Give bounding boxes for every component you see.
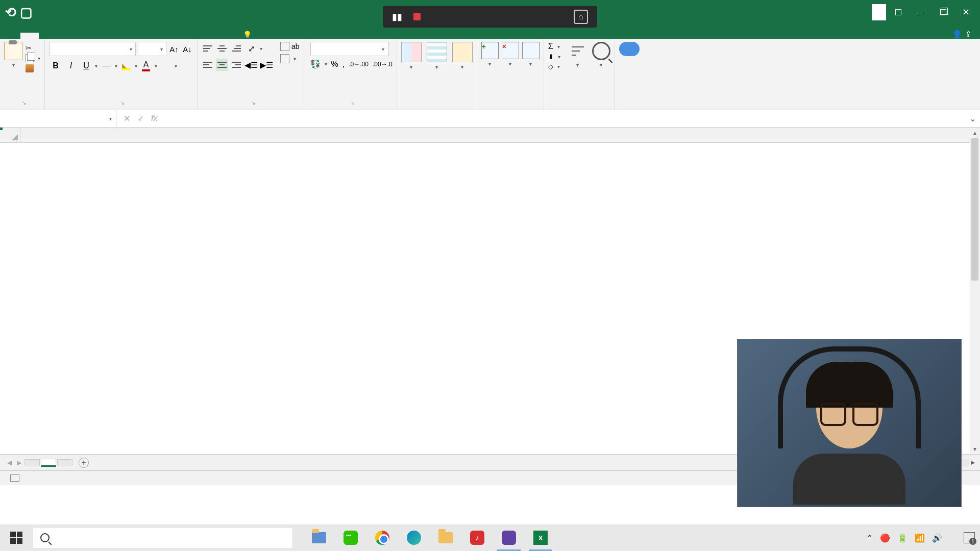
align-center-button[interactable] [216,59,228,71]
scroll-down-icon[interactable]: ▼ [970,444,980,454]
cut-button[interactable]: ✂ [26,44,40,52]
italic-button[interactable]: I [64,59,78,72]
vertical-scrollbar[interactable]: ▲ ▼ [970,128,980,454]
tell-me[interactable]: 💡 [243,31,255,39]
font-dialog-launcher[interactable]: ↘ [119,99,126,107]
number-dialog-launcher[interactable]: ↘ [350,99,356,107]
volume-icon[interactable]: 🔊 [932,533,942,543]
excel-taskbar[interactable]: X [525,524,556,551]
align-left-button[interactable] [202,59,214,71]
tab-layout[interactable] [57,33,76,39]
insert-cells-button[interactable]: ▾ [481,42,499,106]
accounting-format-button[interactable]: 💱 [310,59,321,69]
tray-chevron-icon[interactable]: ⌃ [866,533,873,543]
align-top-button[interactable] [202,42,214,55]
conditional-format-button[interactable]: ▾ [401,42,422,106]
fill-color-button[interactable]: ◣ [119,59,133,72]
cell-styles-button[interactable]: ▾ [452,42,473,106]
tab-insert[interactable] [39,33,57,39]
chrome-taskbar[interactable] [366,524,398,551]
recorder-taskbar[interactable] [493,524,525,551]
add-sheet-button[interactable]: + [79,458,89,468]
enter-icon[interactable]: ✓ [137,114,144,123]
align-dialog-launcher[interactable]: ↘ [250,99,256,107]
tab-help[interactable] [167,33,186,39]
tab-file[interactable] [2,33,20,39]
sheet-nav-prev[interactable]: ◀ [5,459,14,466]
explorer-taskbar[interactable] [430,524,461,551]
format-painter-button[interactable] [26,64,40,72]
orientation-button[interactable]: ⤢ [244,42,258,55]
fx-icon[interactable]: fx [151,114,157,123]
delete-cells-button[interactable]: ▾ [502,42,519,106]
font-color-button[interactable]: A [139,59,153,72]
file-explorer-taskbar[interactable] [303,524,335,551]
percent-format-button[interactable]: % [331,60,338,69]
border-button[interactable] [100,59,113,72]
formula-input[interactable] [164,110,965,127]
close-button[interactable]: ✕ [955,4,976,20]
login-button[interactable] [872,4,886,20]
tab-data[interactable] [94,33,112,39]
save-baidu-button[interactable] [619,42,638,106]
align-bottom-button[interactable] [230,42,242,55]
taskbar-search[interactable] [33,527,293,548]
minimize-button[interactable]: — [911,4,931,20]
comma-format-button[interactable]: , [342,60,345,69]
tray-app-icon[interactable]: 🔴 [880,533,890,543]
cancel-icon[interactable]: ✕ [124,114,130,123]
tab-developer[interactable] [149,33,167,39]
sheet-nav-next[interactable]: ▶ [15,459,23,466]
sheet-tab-3[interactable] [57,459,72,466]
select-all-corner[interactable] [0,128,20,143]
increase-indent-button[interactable]: ▶☰ [260,58,273,71]
start-button[interactable] [0,524,33,551]
number-format-select[interactable]: ▾ [310,42,389,56]
format-table-button[interactable]: ▾ [427,42,447,106]
name-box[interactable]: ▾ [0,110,116,127]
phonetic-button[interactable] [159,59,173,72]
copy-button[interactable]: ▾ [26,54,40,62]
paste-button[interactable]: ▾ [4,42,22,98]
edge-taskbar[interactable] [398,524,430,551]
merge-center-button[interactable]: ▾ [280,54,302,63]
decrease-indent-button[interactable]: ◀☰ [244,58,258,71]
ribbon-options-button[interactable] [888,4,909,20]
wrap-text-button[interactable]: ab [280,42,302,51]
battery-icon[interactable]: 🔋 [897,533,908,543]
sheet-tab-2[interactable] [41,459,56,467]
decrease-decimal-button[interactable]: .00→.0 [373,61,393,68]
netease-taskbar[interactable]: ♪ [461,524,493,551]
notification-icon[interactable] [964,532,975,543]
clipboard-dialog-launcher[interactable]: ↘ [21,99,27,107]
share-button[interactable]: 👤 ⇪ [952,30,975,39]
tab-review[interactable] [112,33,131,39]
vscroll-thumb[interactable] [971,138,978,281]
font-name-select[interactable]: ▾ [49,42,136,56]
sheet-tab-1[interactable] [24,459,40,466]
format-cells-button[interactable]: ▾ [522,42,540,106]
font-size-select[interactable]: ▾ [138,42,166,56]
hscroll-right[interactable]: ▶ [971,459,975,466]
increase-decimal-button[interactable]: .0→.00 [349,61,369,68]
align-right-button[interactable] [230,59,242,71]
tab-baidu[interactable] [204,33,223,39]
fill-button[interactable]: ⬇▾ [548,53,560,61]
tab-home[interactable] [20,33,39,39]
tab-formulas[interactable] [76,33,94,39]
clear-button[interactable]: ◇▾ [548,63,560,70]
tab-powerpivot[interactable] [186,33,204,39]
decrease-font-button[interactable]: A↓ [182,42,193,56]
macro-record-icon[interactable] [10,474,19,482]
pause-icon[interactable]: ▮▮ [392,11,402,22]
wechat-taskbar[interactable] [335,524,366,551]
tab-view[interactable] [131,33,149,39]
underline-button[interactable]: U [80,59,93,72]
find-select-button[interactable]: ▾ [592,42,610,106]
wifi-icon[interactable]: 📶 [915,533,925,543]
increase-font-button[interactable]: A↑ [168,42,180,56]
expand-formula-bar[interactable]: ⌄ [965,114,980,123]
autosum-button[interactable]: Σ▾ [548,42,560,51]
scroll-up-icon[interactable]: ▲ [970,128,980,138]
maximize-button[interactable] [933,4,953,20]
